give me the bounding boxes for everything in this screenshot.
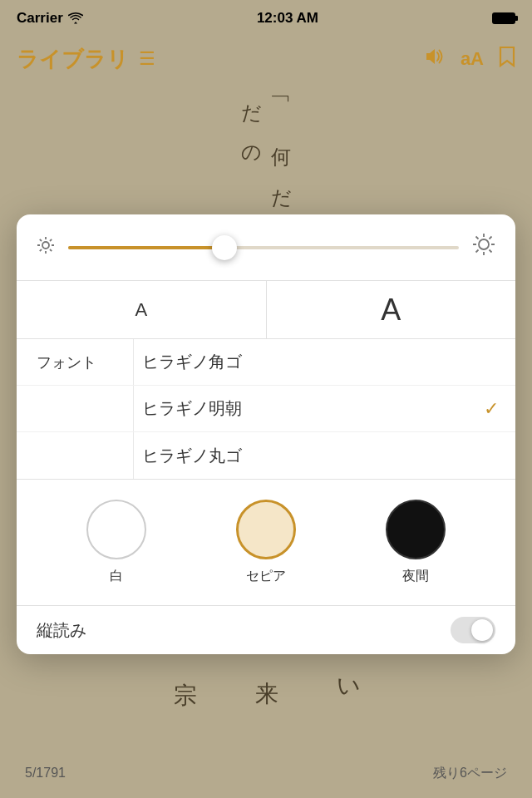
text-col-5: だ <box>236 175 296 197</box>
nav-left: ライブラリ ☰ <box>17 45 155 74</box>
svg-line-7 <box>50 239 52 241</box>
svg-line-16 <box>490 237 492 239</box>
brightness-fill <box>68 246 224 249</box>
vertical-reading-toggle[interactable] <box>451 617 495 643</box>
bookmark-icon[interactable] <box>499 46 515 72</box>
theme-night-label: 夜間 <box>402 568 429 585</box>
bottom-char-2: 来 <box>250 663 282 690</box>
brightness-row <box>17 214 515 281</box>
svg-line-14 <box>476 237 479 239</box>
library-title: ライブラリ <box>17 45 129 74</box>
status-bar: Carrier 12:03 AM <box>0 0 532 37</box>
battery-icon <box>492 12 515 24</box>
brightness-thumb[interactable] <box>212 235 237 260</box>
reader-text-bottom: 宗 来 い <box>0 663 532 690</box>
font-row-2: ヒラギノ明朝 ✓ <box>17 386 515 432</box>
font-size-increase-button[interactable]: A <box>267 281 516 338</box>
brightness-slider[interactable] <box>68 246 459 249</box>
font-row-1: フォント ヒラギノ角ゴ <box>17 339 515 386</box>
settings-panel: A A フォント ヒラギノ角ゴ ヒラギノ明朝 <box>17 214 515 654</box>
theme-sepia-label: セピア <box>246 568 286 585</box>
theme-white-label: 白 <box>110 568 123 585</box>
text-col-7: 「だ <box>236 90 296 112</box>
font-small-label: A <box>135 299 147 321</box>
bottom-bar: 5/1791 残り6ページ <box>0 732 532 798</box>
carrier-text: Carrier <box>17 10 63 27</box>
wifi-icon <box>68 12 83 24</box>
theme-row: 白 セピア 夜間 <box>17 480 515 606</box>
font-section: フォント ヒラギノ角ゴ ヒラギノ明朝 ✓ ヒラギノ丸ゴ <box>17 339 515 480</box>
bottom-char-1: 宗 <box>169 663 200 690</box>
page-info: 5/1791 <box>25 766 66 781</box>
brightness-high-icon <box>472 233 495 262</box>
theme-circle-night <box>386 500 446 559</box>
font-size-decrease-button[interactable]: A <box>17 281 267 338</box>
svg-line-17 <box>476 250 479 253</box>
nav-right: aA <box>424 46 515 72</box>
font-section-label: フォント <box>17 352 133 372</box>
svg-line-6 <box>50 249 52 251</box>
font-row-3: ヒラギノ丸ゴ <box>17 432 515 479</box>
reader-area: 祖へ 「ど るの る聞 だ 何の 「だ 宗 来 い 5/1791 残り6ページ <box>0 81 532 798</box>
menu-icon[interactable]: ☰ <box>139 48 155 70</box>
nav-bar: ライブラリ ☰ aA <box>0 37 532 81</box>
svg-point-9 <box>479 239 489 249</box>
theme-circle-white <box>86 500 146 559</box>
reader-text-top: 祖へ 「ど るの る聞 だ 何の 「だ <box>0 81 532 214</box>
vertical-reading-label: 縦読み <box>37 619 86 642</box>
page-remaining: 残り6ページ <box>433 765 507 782</box>
speaker-icon[interactable] <box>424 47 446 71</box>
toggle-thumb <box>471 619 493 641</box>
svg-line-15 <box>490 250 492 253</box>
vertical-reading-row: 縦読み <box>17 606 515 654</box>
theme-night[interactable]: 夜間 <box>386 500 446 585</box>
font-size-icon[interactable]: aA <box>461 48 484 70</box>
font-size-row: A A <box>17 281 515 339</box>
theme-white[interactable]: 白 <box>86 500 146 585</box>
bottom-char-3: い <box>332 663 363 690</box>
svg-point-0 <box>42 242 49 249</box>
svg-line-8 <box>40 249 42 251</box>
font-option-marugo[interactable]: ヒラギノ丸ゴ <box>133 432 515 479</box>
font-option-mincho[interactable]: ヒラギノ明朝 ✓ <box>133 386 515 431</box>
font-large-label: A <box>381 293 401 328</box>
time-display: 12:03 AM <box>257 10 318 27</box>
theme-sepia[interactable]: セピア <box>236 500 296 585</box>
font-check-icon: ✓ <box>484 398 499 420</box>
carrier-label: Carrier <box>17 10 83 27</box>
brightness-low-icon <box>37 236 55 259</box>
text-col-6: 何の <box>236 132 296 155</box>
theme-circle-sepia <box>236 500 296 559</box>
battery-indicator <box>492 12 515 24</box>
font-option-kakugo[interactable]: ヒラギノ角ゴ <box>133 339 515 385</box>
svg-line-5 <box>40 239 42 241</box>
